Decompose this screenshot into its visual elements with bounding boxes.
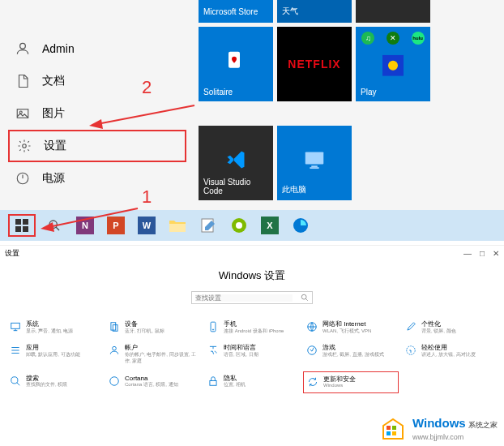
svg-rect-12 — [23, 219, 28, 225]
windows-logo-icon — [15, 219, 28, 232]
taskbar-excel-icon[interactable]: X — [258, 213, 282, 238]
svg-point-41 — [308, 346, 317, 355]
taskbar-notepad-icon[interactable] — [196, 213, 220, 238]
svg-point-0 — [20, 43, 26, 49]
setting-privacy[interactable]: 隐私位置, 相机 — [204, 371, 300, 393]
setting-title: 手机 — [224, 320, 284, 328]
setting-phone[interactable]: 手机连接 Android 设备和 iPhone — [204, 317, 300, 337]
svg-point-43 — [11, 376, 18, 383]
setting-title: 隐私 — [224, 375, 246, 383]
setting-desc: 连接 Android 设备和 iPhone — [224, 328, 284, 335]
svg-marker-30 — [89, 119, 103, 129]
setting-title: 应用 — [26, 344, 80, 352]
tile-solitaire[interactable]: Solitaire — [199, 27, 273, 101]
gear-icon — [16, 138, 32, 154]
tile-label: Visual Studio Code — [203, 178, 268, 195]
tile-weather[interactable]: 天气 — [277, 0, 352, 23]
tile-label: Microsoft Store — [203, 7, 258, 16]
start-menu-power[interactable]: 电源 — [0, 162, 194, 195]
setting-desc: 讲述人, 放大镜, 高对比度 — [421, 352, 476, 358]
setting-desc: 蓝牙, 打印机, 鼠标 — [125, 328, 164, 335]
setting-title: 个性化 — [421, 320, 456, 328]
time-icon — [207, 345, 219, 356]
setting-title: 设备 — [125, 320, 164, 328]
tile-play[interactable]: ♫ ✕ hulu Play — [356, 27, 430, 101]
setting-search[interactable]: 搜索查找我的文件, 权限 — [6, 371, 102, 393]
tile-this-pc[interactable]: 此电脑 — [277, 126, 352, 200]
tile-blank-1[interactable] — [356, 0, 430, 23]
setting-ease-of-access[interactable]: 轻松使用讲述人, 放大镜, 高对比度 — [402, 341, 498, 367]
menu-label: 设置 — [44, 139, 66, 153]
svg-rect-13 — [15, 226, 21, 232]
window-title: 设置 — [5, 248, 19, 259]
annotation-arrow-2 — [85, 101, 199, 134]
svg-rect-22 — [169, 224, 186, 232]
account-icon — [109, 345, 120, 356]
start-menu-user[interactable]: Admin — [0, 32, 194, 65]
tile-label: 天气 — [282, 6, 298, 17]
svg-rect-11 — [15, 219, 21, 225]
menu-label: 文档 — [42, 74, 65, 88]
svg-point-7 — [388, 61, 398, 71]
setting-system[interactable]: 系统显示, 声音, 通知, 电源 — [6, 317, 102, 337]
start-menu-screenshot: Admin 文档 图片 设置 电源 — [0, 0, 504, 241]
tile-netflix[interactable]: NETFLIX — [277, 27, 352, 101]
svg-rect-10 — [310, 167, 318, 169]
watermark-logo-icon — [378, 414, 408, 444]
setting-apps[interactable]: 应用卸载, 默认应用, 可选功能 — [6, 341, 102, 367]
setting-desc: 位置, 相机 — [224, 382, 246, 388]
svg-rect-46 — [387, 426, 391, 430]
setting-desc: 显示, 声音, 通知, 电源 — [26, 328, 73, 335]
svg-rect-8 — [305, 152, 324, 164]
settings-search-input[interactable] — [195, 294, 293, 302]
setting-time-language[interactable]: 时间和语言语音, 区域, 日期 — [204, 341, 300, 367]
setting-devices[interactable]: 设备蓝牙, 打印机, 鼠标 — [105, 317, 201, 337]
setting-cortana[interactable]: CortanaCortana 语言, 权限, 通知 — [105, 371, 201, 393]
svg-point-44 — [110, 376, 119, 385]
cards-icon — [224, 49, 248, 75]
svg-rect-14 — [23, 226, 28, 232]
settings-search-box[interactable] — [191, 291, 313, 304]
setting-personalization[interactable]: 个性化背景, 锁屏, 颜色 — [402, 317, 498, 337]
setting-title: 更新和安全 — [323, 375, 356, 384]
setting-accounts[interactable]: 帐户你的帐户, 电子邮件, 同步设置, 工作, 家庭 — [105, 341, 201, 367]
document-icon — [15, 73, 31, 89]
taskbar-edge-icon[interactable] — [288, 213, 313, 238]
watermark-sub2: www.bjjmlv.com — [412, 433, 463, 441]
setting-desc: 查找我的文件, 权限 — [26, 382, 67, 388]
taskbar-explorer-icon[interactable] — [165, 213, 190, 238]
annotation-arrow-1 — [36, 204, 142, 237]
svg-text:X: X — [267, 221, 273, 230]
setting-gaming[interactable]: 游戏游戏栏, 截屏, 直播, 游戏模式 — [303, 341, 399, 367]
svg-rect-45 — [210, 380, 216, 385]
start-button[interactable] — [8, 214, 36, 237]
start-menu-settings[interactable]: 设置 — [8, 130, 186, 162]
close-button[interactable]: ✕ — [493, 249, 499, 258]
watermark-main: Windows — [412, 416, 466, 430]
svg-rect-9 — [311, 165, 318, 167]
pictures-icon — [15, 105, 31, 122]
svg-line-29 — [97, 105, 194, 124]
setting-network[interactable]: 网络和 InternetWLAN, 飞行模式, VPN — [303, 317, 399, 337]
minimize-button[interactable]: — — [463, 249, 472, 258]
svg-text:W: W — [143, 221, 152, 230]
watermark-sub1: 系统之家 — [468, 421, 498, 429]
svg-rect-34 — [11, 323, 20, 328]
setting-title: 轻松使用 — [421, 344, 476, 352]
start-menu-documents[interactable]: 文档 — [0, 65, 194, 97]
annotation-number-2: 2 — [142, 77, 152, 98]
setting-desc: 语音, 区域, 日期 — [224, 352, 258, 358]
taskbar-app-icon[interactable] — [227, 213, 251, 238]
svg-marker-32 — [41, 222, 54, 232]
settings-window-screenshot: 设置 — □ ✕ Windows 设置 系统显示, 声音, 通知, 电源 设备蓝… — [0, 245, 504, 446]
tile-vscode[interactable]: Visual Studio Code — [199, 126, 273, 200]
svg-point-3 — [23, 144, 27, 148]
tile-microsoft-store[interactable]: Microsoft Store — [199, 0, 273, 23]
maximize-button[interactable]: □ — [480, 249, 485, 258]
settings-page-title: Windows 设置 — [0, 268, 504, 283]
cortana-icon — [109, 375, 120, 387]
setting-title: 系统 — [26, 320, 73, 328]
setting-desc: WLAN, 飞行模式, VPN — [322, 328, 371, 335]
setting-title: 时间和语言 — [224, 344, 258, 352]
setting-update-security[interactable]: 更新和安全Windows — [303, 371, 399, 393]
